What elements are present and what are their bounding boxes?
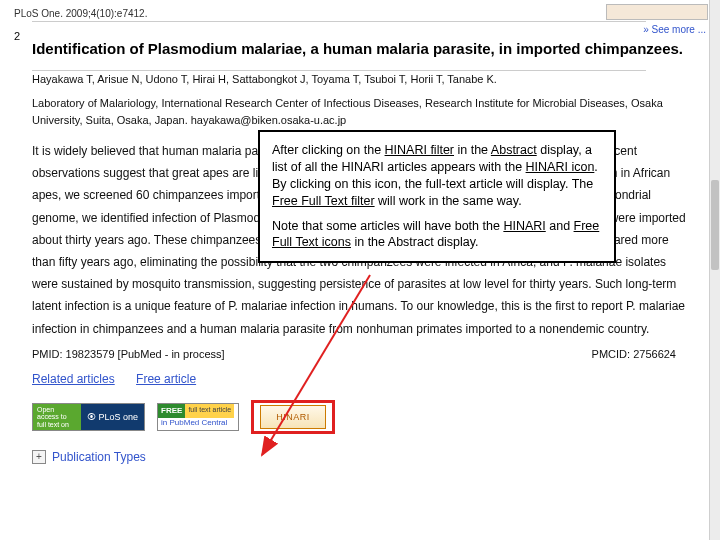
instruction-callout: After clicking on the HINARI filter in t… xyxy=(258,130,616,263)
hinari-highlight-box: HINARI xyxy=(251,400,335,434)
expand-icon[interactable]: + xyxy=(32,450,46,464)
hinari-badge[interactable]: HINARI xyxy=(260,405,326,429)
article-title: Identification of Plasmodium malariae, a… xyxy=(32,40,706,58)
id-row: PMID: 19823579 [PubMed - in process] PMC… xyxy=(32,348,706,360)
pubmed-badge xyxy=(606,4,708,20)
pub-types-label: Publication Types xyxy=(52,450,146,464)
hinari-label: HINARI xyxy=(276,412,310,422)
pubmed-abstract-page: » See more ... PLoS One. 2009;4(10):e741… xyxy=(0,0,720,540)
scrollbar-thumb[interactable] xyxy=(711,180,719,270)
right-sidebar: » See more ... xyxy=(606,4,706,35)
affiliation: Laboratory of Malariology, International… xyxy=(32,95,706,128)
see-more-link[interactable]: » See more ... xyxy=(643,24,706,35)
pmc-free-badge[interactable]: FREE full text article in PubMed Central xyxy=(157,403,239,431)
plos-badge-left: Open access to full text on xyxy=(33,404,81,430)
journal-citation: PLoS One. 2009;4(10):e7412. xyxy=(14,8,706,19)
pmid-label: PMID: 19823579 [PubMed - in process] xyxy=(32,348,225,360)
free-sublabel: full text article xyxy=(185,404,234,418)
vertical-scrollbar[interactable] xyxy=(709,0,720,540)
links-row: Related articles Free article xyxy=(32,372,706,386)
plos-badge-right: ⦿ PLoS one xyxy=(81,404,144,430)
related-articles-link[interactable]: Related articles xyxy=(32,372,115,386)
fulltext-badges: Open access to full text on ⦿ PLoS one F… xyxy=(32,400,706,434)
author-list: Hayakawa T, Arisue N, Udono T, Hirai H, … xyxy=(32,73,706,85)
result-number: 2 xyxy=(14,30,20,42)
pmcid-label: PMCID: 2756624 xyxy=(592,348,676,360)
callout-paragraph-1: After clicking on the HINARI filter in t… xyxy=(272,142,602,210)
free-article-link[interactable]: Free article xyxy=(136,372,196,386)
divider xyxy=(32,70,646,71)
callout-paragraph-2: Note that some articles will have both t… xyxy=(272,218,602,252)
pmc-label: in PubMed Central xyxy=(158,418,238,427)
divider xyxy=(32,21,646,22)
publication-types-toggle[interactable]: + Publication Types xyxy=(32,450,706,464)
plos-badge[interactable]: Open access to full text on ⦿ PLoS one xyxy=(32,403,145,431)
free-label: FREE xyxy=(158,404,185,418)
